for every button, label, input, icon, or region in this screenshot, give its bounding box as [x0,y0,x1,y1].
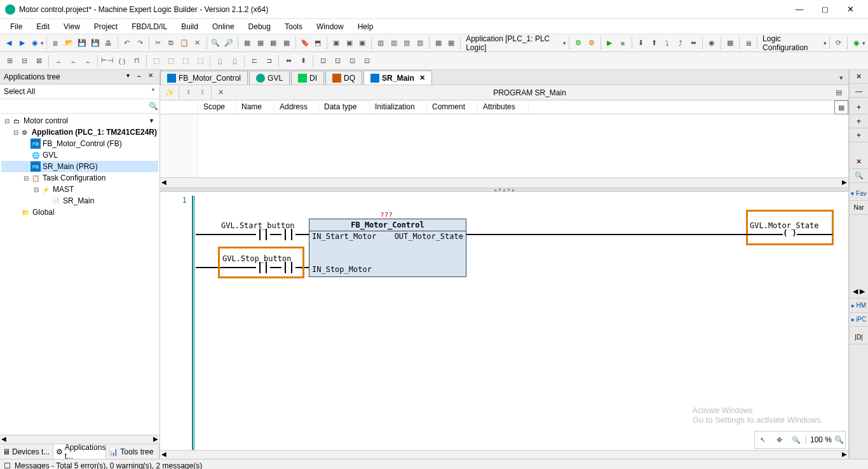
right-up-icon[interactable]: — [850,84,868,98]
new-icon[interactable]: 🗎 [50,36,62,50]
step-icon[interactable]: ⬇ [635,36,648,50]
fbd-icon[interactable]: ⊡ [360,54,374,68]
menu-window[interactable]: Window [310,20,350,33]
right-hm[interactable]: ▸ HM [850,299,868,313]
right-search-icon[interactable]: 🔍 [850,169,868,183]
col-name[interactable]: Name [236,100,275,114]
paste-icon[interactable]: 📋 [178,36,191,50]
col-address[interactable]: Address [275,100,319,114]
fbd-icon[interactable]: ⬌ [281,54,295,68]
tb-icon[interactable]: ◉ [850,36,863,50]
tab-fb-motor-control[interactable]: FB_Motor_Control [160,71,248,85]
tree-mast[interactable]: ⊟⚡MAST [1,184,158,195]
step-icon[interactable]: ⤵ [661,36,674,50]
print-icon[interactable]: 🖶 [102,36,115,50]
select-all-dropdown[interactable]: Select All [0,85,159,99]
menu-fbd[interactable]: FBD/LD/IL [125,20,173,33]
tb-icon[interactable]: ▥ [401,36,414,50]
tab-di[interactable]: DI [291,71,324,85]
right-close-icon[interactable]: ✕ [850,70,868,84]
menu-file[interactable]: File [4,20,29,33]
tb-icon[interactable]: ▦ [241,36,254,50]
forward-icon[interactable]: ▶ [16,36,29,50]
col-comment[interactable]: Comment [427,100,478,114]
tab-devices[interactable]: 🖥Devices t... [0,444,53,459]
decl-view-icon[interactable]: ▦ [834,100,848,114]
editor-hscroll[interactable]: ◀▶ [160,450,848,459]
right-d[interactable]: |D| [850,330,868,344]
nav-up-icon[interactable]: ⬆ [181,86,195,100]
fbd-icon[interactable]: ⫠ [51,54,65,68]
cut-icon[interactable]: ✂ [152,36,165,50]
fbd-icon[interactable]: ⊏ [247,54,261,68]
declarations-body[interactable] [160,114,848,178]
saveall-icon[interactable]: 💾 [89,36,102,50]
fbd-icon[interactable]: ⊡ [316,54,330,68]
nav-down-icon[interactable]: ⬇ [195,86,209,100]
menu-edit[interactable]: Edit [30,20,56,33]
fbd-icon[interactable]: ⫠ [66,54,80,68]
login-icon[interactable]: ⚙ [572,36,585,50]
nav-dd-icon[interactable]: ◉ [29,36,41,50]
fbd-icon[interactable]: ⊠ [32,54,46,68]
fbd-icon[interactable]: ⊞ [3,54,17,68]
tree-fb[interactable]: FBFB_Motor_Control (FB) [1,138,158,149]
fbd-icon[interactable]: ⌷ [213,54,227,68]
fbd-icon[interactable]: ⫠ [81,54,95,68]
tab-applications[interactable]: ⚙Applications t... [53,444,107,459]
bookmark-icon[interactable]: 🔖 [299,36,311,50]
maximize-button[interactable]: ◻ [812,4,837,14]
menu-tools[interactable]: Tools [278,20,309,33]
tree-global[interactable]: 📁Global [1,207,158,218]
contact-icon[interactable]: ⊢⊣ [100,54,114,68]
col-init[interactable]: Initialization [370,100,427,114]
fbd-icon[interactable]: ⊐ [262,54,276,68]
tb-icon[interactable]: ▦ [445,36,458,50]
config-dd-icon[interactable]: ▾ [824,40,827,46]
col-attrs[interactable]: Attributes [478,100,529,114]
app-dd-icon[interactable]: ▾ [563,40,566,46]
right-plus-icon[interactable]: + [850,114,868,128]
col-datatype[interactable]: Data type [319,100,370,114]
fbd-icon[interactable]: ⬚ [179,54,193,68]
tab-dq[interactable]: DQ [325,71,362,85]
menu-build[interactable]: Build [175,20,205,33]
ladder-editor[interactable]: 1 GVL.Start_button GVL.Stop_button [160,192,848,450]
tab-sr-main[interactable]: SR_Main✕ [363,71,432,85]
logout-icon[interactable]: ⚙ [585,36,598,50]
zoom-icon[interactable]: 🔍 [789,433,803,447]
close-button[interactable]: ✕ [837,4,863,14]
tabs-dd-icon[interactable]: ▾ [834,71,848,85]
step-icon[interactable]: ⬆ [648,36,661,50]
right-plus-icon[interactable]: + [850,128,868,142]
fb-in2[interactable]: IN_Stop_Motor [312,265,372,274]
pointer-icon[interactable]: ↖ [756,433,770,447]
fbd-icon[interactable]: ⊡ [345,54,359,68]
menu-project[interactable]: Project [88,20,124,33]
right-ipc[interactable]: ▸ iPC [850,313,868,327]
tb-icon[interactable]: ▦ [432,36,445,50]
stop-icon[interactable]: ■ [616,36,629,50]
menu-debug[interactable]: Debug [242,20,277,33]
fbd-icon[interactable]: ⬚ [149,54,163,68]
wand-icon[interactable]: ✨ [163,86,177,100]
tree-sr-main[interactable]: FBSR_Main (PRG) [1,161,158,172]
tb-icon[interactable]: ▥ [388,36,400,50]
tab-gvl[interactable]: GVL [249,71,290,85]
tb-icon[interactable]: ⬒ [311,36,324,50]
tb-icon[interactable]: ▣ [343,36,356,50]
tb-icon[interactable]: ▣ [330,36,342,50]
step-icon[interactable]: ⤴ [674,36,687,50]
contact-start[interactable] [256,229,270,240]
pan-icon[interactable]: ✥ [773,433,787,447]
panel-dd-icon[interactable]: ▾ [123,72,133,82]
fb-block[interactable]: FB_Motor_Control IN_Start_Motor OUT_Moto… [309,219,466,277]
redo-icon[interactable]: ↷ [133,36,146,50]
tb-icon[interactable]: ▦ [724,36,736,50]
save-icon[interactable]: 💾 [76,36,88,50]
tb-icon[interactable]: ▦ [280,36,293,50]
col-scope[interactable]: Scope [198,100,236,114]
copy-icon[interactable]: ⧉ [165,36,178,50]
tb-icon[interactable]: ▦ [267,36,280,50]
right-nar[interactable]: Nar [850,201,868,215]
